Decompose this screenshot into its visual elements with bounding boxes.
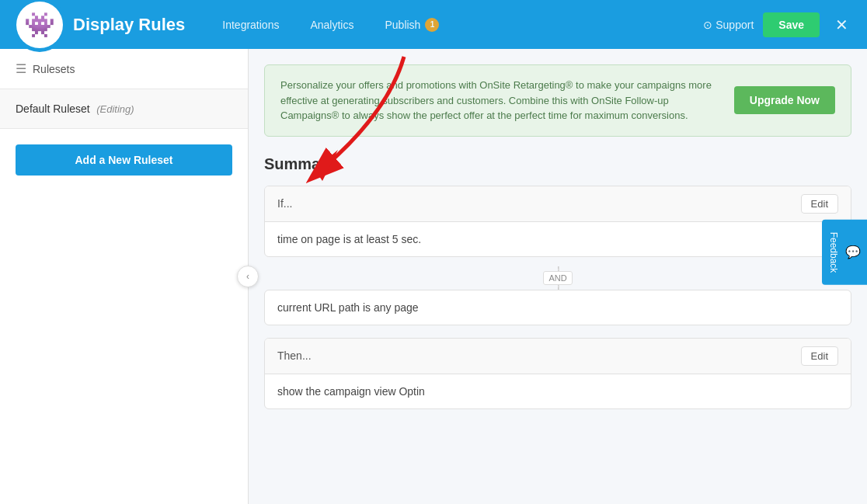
action-1: show the campaign view Optin [265,374,851,408]
support-label: Support [716,19,754,31]
main-content: Personalize your offers and promotions w… [249,49,867,504]
editing-suffix: (Editing) [96,103,134,115]
feedback-tab[interactable]: 💬 Feedback [822,219,867,285]
then-edit-button[interactable]: Edit [801,346,838,366]
page-title: Display Rules [73,15,185,35]
sidebar-collapse-button[interactable]: ‹ [237,266,259,287]
header: 👾 Display Rules Integrations Analytics P… [0,0,867,49]
nav-item-publish[interactable]: Publish 1 [372,12,451,38]
publish-label: Publish [385,19,420,31]
add-ruleset-button[interactable]: Add a New Ruleset [16,144,232,176]
integrations-label: Integrations [222,19,279,31]
publish-badge: 1 [425,18,439,32]
if-header: If... Edit [265,186,851,222]
header-right: ⊙ Support Save ✕ [703,12,855,37]
condition-2: current URL path is any page [265,290,851,325]
sidebar-header: ☰ Rulesets [0,49,248,89]
then-section: Then... Edit show the campaign view Opti… [264,338,851,409]
if-label: If... [277,197,292,210]
sidebar: ☰ Rulesets Default Ruleset (Editing) Add… [0,49,249,504]
sidebar-active-item[interactable]: Default Ruleset (Editing) [0,89,248,129]
if-edit-button[interactable]: Edit [801,194,838,214]
feedback-icon: 💬 [845,245,861,259]
condition-1: time on page is at least 5 sec. [265,222,851,256]
header-nav: Integrations Analytics Publish 1 [210,12,703,38]
support-icon: ⊙ [703,19,712,31]
rulesets-label: Rulesets [33,63,75,75]
nav-item-analytics[interactable]: Analytics [298,12,366,37]
upgrade-text: Personalize your offers and promotions w… [280,78,722,123]
save-button[interactable]: Save [763,12,820,37]
and-label: AND [543,271,572,285]
rulesets-icon: ☰ [16,61,26,76]
feedback-label: Feedback [828,231,839,273]
logo: 👾 [16,2,63,48]
then-label: Then... [277,349,312,362]
logo-container: 👾 [12,0,67,52]
support-button[interactable]: ⊙ Support [703,19,754,31]
nav-item-integrations[interactable]: Integrations [210,12,291,37]
monster-icon: 👾 [24,10,55,40]
if-section: If... Edit time on page is at least 5 se… [264,186,851,257]
analytics-label: Analytics [310,19,353,31]
default-ruleset-label: Default Ruleset [16,103,90,115]
and-connector: AND [264,266,851,290]
condition-2-section: current URL path is any page [264,290,851,325]
main-layout: ☰ Rulesets Default Ruleset (Editing) Add… [0,49,867,504]
close-button[interactable]: ✕ [829,12,855,37]
summary-title: Summary [264,155,851,173]
upgrade-now-button[interactable]: Upgrade Now [734,86,835,114]
then-header: Then... Edit [265,339,851,374]
upgrade-banner: Personalize your offers and promotions w… [264,64,851,137]
